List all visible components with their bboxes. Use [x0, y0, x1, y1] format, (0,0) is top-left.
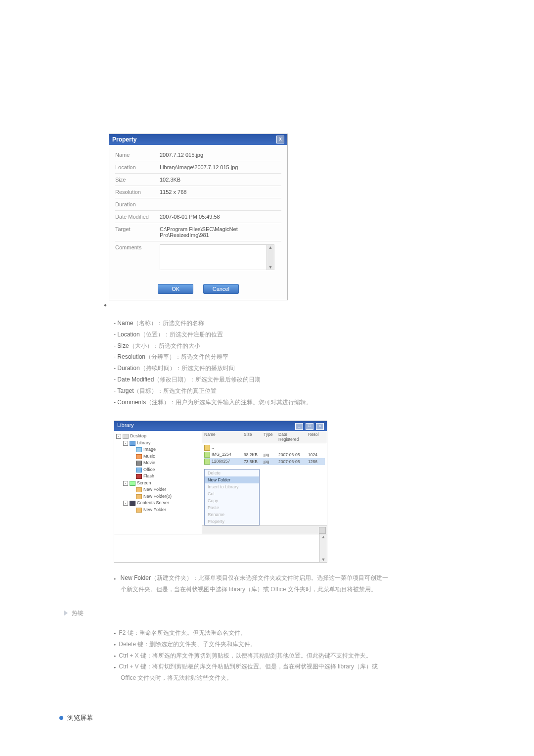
definition-item: - Comments（注释）：用户为所选库文件输入的注释。您可对其进行编辑。 [114, 397, 490, 408]
target-label: Target [115, 226, 160, 238]
tree-item[interactable]: -Desktop [116, 433, 200, 440]
col-type[interactable]: Type [264, 432, 278, 442]
folder-icon [136, 461, 142, 466]
scroll-up-icon[interactable]: ▲ [267, 245, 274, 250]
context-menu-item: Copy [205, 497, 259, 504]
note-text-2: 个新文件夹。但是，当在树状视图中选择 library（库）或 Office 文件… [114, 584, 490, 595]
tree-item[interactable]: Music [116, 453, 200, 460]
definition-item: - Duration（持续时间）：所选文件的播放时间 [114, 363, 490, 374]
hotkey-item: Delete 键：删除选定的文件夹、子文件夹和库文件。 [114, 639, 490, 650]
close-icon[interactable]: x [276, 136, 284, 143]
folder-icon [136, 447, 142, 452]
scroll-down-icon[interactable]: ▼ [320, 557, 327, 562]
ok-button[interactable]: OK [158, 284, 193, 294]
definitions-list: - Name（名称）：所选文件的名称- Location（位置）：所选文件注册的… [114, 318, 490, 408]
chevron-right-icon [64, 611, 68, 615]
definition-item: - Size（大小）：所选文件的大小 [114, 340, 490, 352]
expand-icon[interactable]: - [123, 441, 128, 446]
scrollbar[interactable]: ▲ ▼ [267, 245, 274, 270]
tree-item[interactable]: -Screen [116, 480, 200, 487]
new-folder-note: New Folder（新建文件夹）：此菜单项目仅在未选择文件夹或文件时启用。选择… [114, 572, 490, 595]
note-text-1: （新建文件夹）：此菜单项目仅在未选择文件夹或文件时启用。选择这一菜单项目可创建一 [151, 574, 388, 581]
context-menu-item: Paste [205, 504, 259, 511]
context-menu-item: Property [205, 518, 259, 525]
library-preview-pane: ▲ ▼ [114, 534, 327, 562]
context-menu-item[interactable]: New Folder [205, 476, 259, 483]
library-tree[interactable]: -Desktop-LibraryImageMusicMovieOfficeFla… [114, 431, 202, 534]
property-dialog-titlebar: Property x [109, 134, 287, 145]
expand-icon[interactable]: - [116, 434, 121, 439]
hotkeys-heading: 热键 [64, 609, 490, 617]
table-row[interactable]: .. [204, 444, 325, 451]
tree-item[interactable]: Flash [116, 473, 200, 480]
tree-item[interactable]: Office [116, 467, 200, 473]
expand-icon[interactable]: - [123, 501, 128, 506]
col-res[interactable]: Resol [308, 432, 325, 442]
close-icon[interactable]: x [316, 423, 324, 430]
tree-item[interactable]: -Library [116, 440, 200, 447]
folder-icon [136, 508, 142, 513]
horizontal-scrollbar[interactable] [202, 525, 327, 534]
tree-item[interactable]: New Folder(0) [116, 493, 200, 500]
folder-icon [136, 474, 142, 479]
size-value: 102.3KB [160, 177, 281, 183]
tree-item[interactable]: Movie [116, 460, 200, 467]
comments-textarea[interactable]: ▲ ▼ [160, 244, 274, 270]
location-label: Location [115, 164, 160, 170]
vertical-scrollbar[interactable]: ▲ ▼ [319, 534, 327, 562]
dialog-title: Property [112, 136, 136, 143]
resolution-value: 1152 x 768 [160, 189, 281, 195]
folder-icon [130, 481, 135, 486]
tree-item[interactable]: New Folder [116, 486, 200, 493]
comments-label: Comments [115, 244, 160, 250]
context-menu-item: Rename [205, 511, 259, 518]
library-window: Library _ □ x -Desktop-LibraryImageMusic… [114, 421, 327, 563]
duration-value [160, 201, 281, 207]
col-size[interactable]: Size [244, 432, 264, 442]
col-date[interactable]: Date Registered [278, 432, 308, 442]
folder-icon [130, 441, 135, 446]
browse-screen-heading: 浏览屏幕 [59, 713, 490, 722]
bullet-marker: ● [104, 302, 490, 308]
table-row[interactable]: IMG_125498.2KBjpg2007-06-051024 [204, 451, 325, 458]
hotkey-item: F2 键：重命名所选文件夹。但无法重命名文件。 [114, 627, 490, 639]
file-icon [204, 459, 210, 465]
maximize-icon[interactable]: □ [306, 423, 313, 430]
window-controls: _ □ x [294, 422, 324, 430]
folder-icon [136, 487, 142, 492]
name-label: Name [115, 152, 160, 158]
definition-item: - Date Modified（修改日期）：所选文件最后修改的日期 [114, 374, 490, 385]
expand-icon[interactable]: - [123, 481, 128, 486]
date-modified-value: 2007-08-01 PM 05:49:58 [160, 214, 281, 220]
folder-icon [136, 454, 142, 459]
hotkey-item: Ctrl + X 键：将所选的库文件剪切到剪贴板，以便将其粘贴到其他位置。但此热… [114, 650, 490, 662]
hotkey-item: Ctrl + V 键：将剪切到剪贴板的库文件粘贴到所选位置。但是，当在树状视图中… [114, 661, 490, 672]
minimize-icon[interactable]: _ [295, 423, 303, 430]
tree-item[interactable]: Image [116, 446, 200, 453]
target-value: C:\Program Files\SEC\MagicNet Pro\Resize… [160, 226, 281, 238]
location-value: Library\Image\2007.7.12 015.jpg [160, 164, 281, 170]
definition-item: - Location（位置）：所选文件注册的位置 [114, 329, 490, 340]
folder-icon [136, 468, 142, 472]
context-menu-item: Cut [205, 490, 259, 497]
size-label: Size [115, 177, 160, 183]
name-value: 2007.7.12 015.jpg [160, 152, 281, 158]
context-menu-item: Delete [205, 470, 259, 476]
folder-icon [136, 494, 142, 499]
cancel-button[interactable]: Cancel [203, 284, 239, 294]
context-menu: DeleteNew FolderInsert to LibraryCutCopy… [204, 469, 260, 525]
hotkeys-title: 热键 [72, 609, 84, 617]
file-icon [204, 452, 210, 458]
scroll-down-icon[interactable]: ▼ [267, 265, 274, 270]
table-row[interactable]: 1286x25773.5KBjpg2007-06-051286 [204, 458, 325, 465]
definition-item: - Resolution（分辨率）：所选文件的分辨率 [114, 351, 490, 363]
definition-item: - Target（目标）：所选文件的真正位置 [114, 385, 490, 397]
tree-item[interactable]: New Folder [116, 507, 200, 514]
duration-label: Duration [115, 201, 160, 207]
bullet-icon [59, 716, 63, 720]
col-name[interactable]: Name [204, 432, 244, 442]
up-folder-icon [204, 445, 210, 451]
scroll-up-icon[interactable]: ▲ [320, 534, 327, 539]
tree-item[interactable]: -Contents Server [116, 500, 200, 507]
folder-icon [123, 434, 129, 439]
